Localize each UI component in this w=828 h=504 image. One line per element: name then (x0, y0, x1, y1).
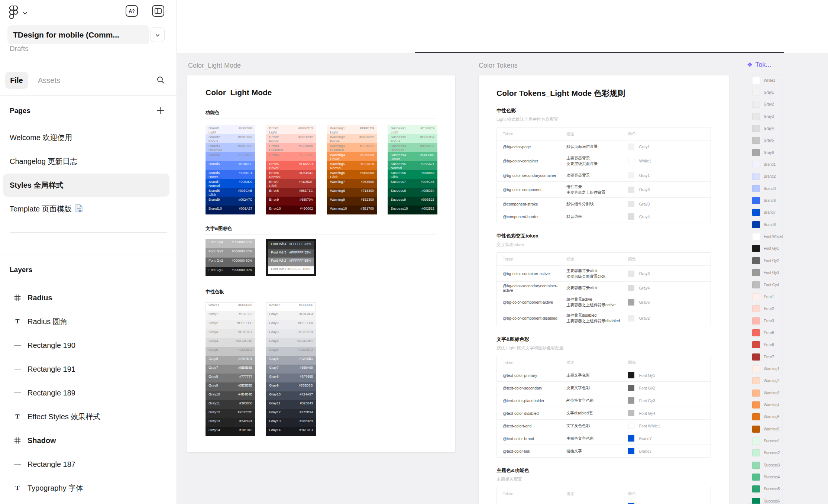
palette-swatch-row[interactable]: Brand8Click#003CAB (206, 188, 255, 197)
palette-swatch-row[interactable]: Brand7Normal#0052D9 (206, 179, 255, 188)
token-section-title[interactable]: 中性色彩交互token (497, 233, 711, 239)
palette-swatch-row[interactable]: Warning4Hover#FA9550 (327, 152, 377, 161)
palette-swatch-row[interactable]: Font Gy2#000000 60% (206, 258, 255, 267)
token-chip-row[interactable]: Success6 (748, 495, 783, 504)
palette-swatch-row[interactable]: Gray9#535D6D (266, 382, 316, 391)
palette-swatch-row[interactable]: Gray12#2C2C2C (206, 409, 255, 418)
palette-swatch-row[interactable]: Gray13#242424 (206, 418, 255, 427)
palette-swatch-row[interactable]: Gray6#A6A6A6 (206, 356, 255, 365)
token-chip-row[interactable]: Warning4 (748, 399, 783, 411)
token-table-row[interactable]: @bg-color-component组件背景主要容器之上组件背景Gray3 (497, 181, 711, 197)
token-table-row[interactable]: @bg-color-page默认页面底层背景Gray1 (497, 140, 711, 153)
palette-swatch-row[interactable]: Gray9#5E5E5E (206, 382, 255, 391)
spellcheck-icon[interactable]: A? (126, 5, 138, 17)
palette-swatch-row[interactable]: Gray12#272B34 (266, 409, 316, 418)
palette-swatch-row[interactable]: Error2Focus#FFD8D2 (266, 134, 316, 143)
token-chip-row[interactable]: Warning5 (748, 411, 783, 423)
tab-assets[interactable]: Assets (38, 72, 60, 89)
color-palette-error[interactable]: Error1Light#FFF0EDError2Focus#FFD8D2Erro… (266, 125, 316, 214)
palette-swatch-row[interactable]: Brand5#618DFF (206, 161, 255, 170)
palette-swatch-row[interactable]: Error9#68070A (266, 197, 316, 206)
palette-swatch-row[interactable]: Error4#FF9285 (266, 152, 316, 161)
sidebar-page-item[interactable]: Styles 全局样式 (3, 174, 169, 197)
palette-swatch-row[interactable]: Brand1Light#F2F3FF (206, 125, 255, 134)
token-table-row[interactable]: @text-color-link链接文字Brand7 (497, 445, 711, 457)
sidebar-layer-item[interactable]: Rectangle 187 (0, 452, 177, 476)
palette-swatch-row[interactable]: Warning7#954500 (327, 179, 377, 188)
frame1-heading[interactable]: Color_Light Mode (206, 88, 272, 97)
palette-swatch-row[interactable]: Success9#003B23 (388, 197, 437, 206)
token-chip-row[interactable]: Font Gy3 (748, 267, 783, 279)
token-chip-row[interactable]: Error5 (748, 327, 783, 339)
palette-swatch-row[interactable]: Error5Hover#F6685D (266, 161, 316, 170)
token-chip-row[interactable]: Brand6 (748, 194, 783, 206)
palette-swatch-row[interactable]: Font Gy1#000000 90% (206, 267, 255, 276)
palette-swatch-row[interactable]: Gray11#323843 (266, 400, 316, 409)
token-table-row[interactable]: @text-color-brand主题色文字色彩Brand7 (497, 432, 711, 445)
palette-swatch-row[interactable]: White1#FFFFFF (206, 302, 255, 311)
component-label-tokens[interactable]: ❖ Tok... (747, 61, 771, 69)
token-chip-row[interactable]: Gray3 (748, 110, 783, 122)
token-table-row[interactable]: @text-color-primary主要文字色彩Font Gy1 (497, 369, 711, 381)
palette-swatch-row[interactable]: Gray2#EEEEF0 (266, 320, 316, 329)
token-chip-row[interactable]: Error6 (748, 339, 783, 351)
palette-swatch-row[interactable]: Error3Disabled#FFB9B0 (266, 143, 316, 152)
token-table-row[interactable]: @text-color-secondary次要文字色彩Font Gy2 (497, 381, 711, 394)
palette-swatch-row[interactable]: Gray10#4B4B4B (206, 391, 255, 400)
token-chip-row[interactable]: Warning3 (748, 387, 783, 399)
token-chip-row[interactable]: White1 (748, 74, 783, 86)
sidebar-layer-item[interactable]: TEffect Styles 效果样式 (0, 405, 177, 429)
palette-swatch-row[interactable]: Gray10#424A57 (266, 391, 316, 400)
token-table-row[interactable]: @component-stroke默认组件分割线Gray3 (497, 197, 711, 210)
token-chip-row[interactable]: Warning1 (748, 363, 783, 375)
tab-file[interactable]: File (5, 72, 28, 89)
palette-swatch-row[interactable]: Brand10#001A57 (206, 206, 255, 214)
palette-section-label[interactable]: 中性色板 (206, 289, 224, 295)
sidebar-layer-item[interactable]: Rectangle 190 (0, 333, 177, 357)
palette-swatch-row[interactable]: Warning9#532300 (327, 197, 377, 206)
palette-swatch-row[interactable]: Gray8#777777 (206, 374, 255, 382)
palette-swatch-row[interactable]: Gray14#181818 (206, 427, 255, 436)
palette-swatch-row[interactable]: Gray13#20232B (266, 418, 316, 427)
palette-swatch-row[interactable]: Gray11#383838 (206, 400, 255, 409)
palette-swatch-row[interactable]: Warning1Light#FFF1E9 (327, 125, 377, 134)
palette-swatch-row[interactable]: Gray2#EEEEEE (206, 320, 255, 329)
palette-swatch-row[interactable]: Success8#005334 (388, 188, 437, 197)
layout-panel-icon[interactable] (152, 5, 164, 17)
token-table-row[interactable]: @brand-color品牌色Brand7 (497, 500, 711, 504)
color-palette-success[interactable]: Success1Light#E3F9E9Success2Focus#C6F3D7… (388, 125, 437, 214)
palette-swatch-row[interactable]: Gray7#8B8B8B (206, 365, 255, 374)
frame2-heading[interactable]: Color Tokens_Light Mode 色彩规则 (497, 88, 625, 98)
token-table-row[interactable]: @bg-color-container-active主要容器背景click次要层… (497, 265, 711, 281)
palette-swatch-row[interactable]: Gray1#F3F3F4 (266, 311, 316, 320)
palette-swatch-row[interactable]: Gray5#C4C6CD (266, 347, 316, 356)
file-title-dropdown-button[interactable] (151, 28, 165, 42)
palette-swatch-row[interactable]: Warning5Normal#E37318 (327, 161, 377, 170)
color-palette-font-gray[interactable]: Font Gy4#000000 26%Font Gy3#000000 40%Fo… (206, 239, 255, 276)
color-palette-warning[interactable]: Warning1Light#FFF1E9Warning2Focus#FFD9C2… (327, 125, 377, 214)
token-chip-row[interactable]: Font Gy1 (748, 243, 783, 255)
token-table-row[interactable]: @bg-color-component-disabled组件背景disabled… (497, 310, 711, 326)
token-chip-row[interactable]: Gray5 (748, 135, 783, 146)
palette-swatch-row[interactable]: Success1Light#E3F9E9 (388, 125, 437, 134)
token-section-title[interactable]: 主题色&功能色 (497, 467, 711, 474)
sidebar-layer-item[interactable]: Rectangle 189 (0, 381, 177, 405)
token-chip-row[interactable]: Font Gy4 (748, 279, 783, 291)
token-table-row[interactable]: @text-color-disabled文字disabled态Font Gy4 (497, 407, 711, 419)
palette-swatch-row[interactable]: Brand6Hover#366EF4 (206, 170, 255, 179)
sidebar-layer-item[interactable]: TTypography 字体 (0, 476, 177, 500)
palette-swatch-row[interactable]: Gray4#DCDDE1 (266, 338, 316, 347)
sidebar-page-item[interactable]: Changelog 更新日志 (0, 150, 177, 173)
sidebar-layer-item[interactable]: Radius (0, 286, 177, 310)
palette-swatch-row[interactable]: Success7#006C45 (388, 179, 437, 188)
add-page-icon[interactable] (156, 106, 165, 117)
palette-swatch-row[interactable]: Font Wh2#FFFFFF 55% (268, 258, 314, 266)
palette-swatch-row[interactable]: Error6Normal#D54941 (266, 170, 316, 179)
palette-swatch-row[interactable]: Gray3#E7E8EB (266, 329, 316, 338)
palette-swatch-row[interactable]: Gray6#A2A6B1 (266, 356, 316, 365)
token-table-row[interactable]: @bg-color-component-active组件背景active主要容器… (497, 294, 711, 310)
token-chip-row[interactable]: Brand3 (748, 182, 783, 194)
palette-swatch-row[interactable]: Font Wh1#FFFFFF 100% (268, 266, 314, 275)
palette-swatch-row[interactable]: Error1Light#FFF0ED (266, 125, 316, 134)
token-table-row[interactable]: @bg-color-secondarycontainer次要容器背景Gray1 (497, 169, 711, 181)
